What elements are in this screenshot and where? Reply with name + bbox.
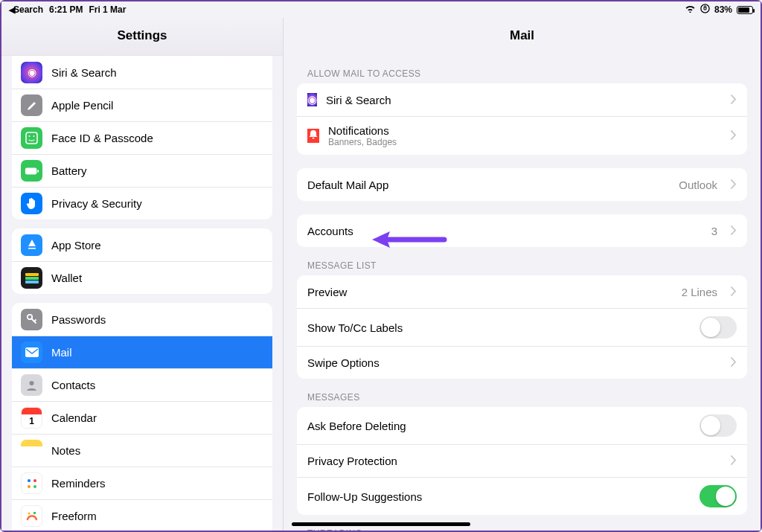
sidebar-item-label: Notes [51, 444, 263, 457]
key-icon [21, 309, 42, 330]
sidebar-item-label: Face ID & Passcode [51, 132, 263, 144]
battery-icon [21, 160, 42, 182]
section-allow-access: Allow Mail to Access [297, 55, 747, 83]
row-siri-search[interactable]: ◉ Siri & Search [297, 83, 747, 116]
row-sublabel: Banners, Badges [328, 137, 397, 147]
svg-point-11 [30, 381, 34, 385]
row-label: Swipe Options [307, 356, 380, 369]
battery-icon [737, 6, 753, 14]
home-indicator[interactable] [292, 522, 470, 526]
sidebar-item-contacts[interactable]: Contacts [12, 368, 272, 401]
row-follow-up[interactable]: Follow-Up Suggestions [297, 477, 747, 515]
row-swipe-options[interactable]: Swipe Options [297, 346, 747, 379]
siri-icon: ◉ [21, 62, 42, 83]
pencil-icon [21, 94, 42, 116]
sidebar-item-label: App Store [51, 239, 263, 251]
sidebar-item-apple-pencil[interactable]: Apple Pencil [12, 89, 272, 121]
sidebar-item-app-store[interactable]: App Store [12, 228, 272, 261]
svg-rect-17 [33, 512, 36, 514]
back-app-label: Search [13, 4, 43, 15]
chevron-right-icon [731, 356, 737, 369]
appstore-icon [21, 234, 42, 256]
svg-point-16 [28, 512, 30, 514]
sidebar-title: Settings [1, 18, 283, 56]
row-ask-before-deleting[interactable]: Ask Before Deleting [297, 407, 747, 444]
bell-icon [307, 129, 319, 143]
sidebar-item-battery[interactable]: Battery [12, 154, 272, 187]
sidebar-item-label: Privacy & Security [51, 197, 263, 210]
battery-percent: 83% [714, 4, 732, 15]
svg-point-12 [28, 479, 31, 482]
row-show-tocc[interactable]: Show To/Cc Labels [297, 308, 747, 346]
detail-title: Mail [284, 18, 761, 55]
hand-icon [21, 193, 42, 214]
calendar-icon: 1 [21, 407, 42, 429]
sidebar-item-label: Passwords [51, 313, 263, 326]
chevron-right-icon [731, 94, 737, 106]
svg-point-13 [33, 479, 36, 482]
sidebar-item-privacy-security[interactable]: Privacy & Security [12, 187, 272, 219]
sidebar-item-notes[interactable]: Notes [12, 434, 272, 467]
row-preview[interactable]: Preview 2 Lines [297, 275, 747, 308]
back-to-app[interactable]: ◀ Search [9, 4, 43, 15]
row-label: Preview [307, 286, 347, 298]
row-privacy-protection[interactable]: Privacy Protection [297, 444, 747, 477]
sidebar-item-wallet[interactable]: Wallet [12, 261, 272, 294]
row-default-mail-app[interactable]: Default Mail App Outlook [297, 168, 747, 201]
svg-point-15 [33, 485, 36, 488]
row-value: 3 [711, 225, 717, 237]
chevron-right-icon [731, 179, 737, 191]
row-accounts[interactable]: Accounts 3 [297, 214, 747, 247]
sidebar-item-calendar[interactable]: 1Calendar [12, 401, 272, 434]
sidebar-item-freeform[interactable]: Freeform [12, 499, 272, 531]
row-label: Ask Before Deleting [307, 420, 406, 432]
row-label: Default Mail App [307, 179, 388, 191]
mail-detail-pane: Mail Allow Mail to Access ◉ Siri & Searc… [284, 18, 761, 531]
row-value: 2 Lines [682, 286, 717, 298]
section-messages: Messages [297, 379, 747, 407]
sidebar-item-siri-search[interactable]: ◉Siri & Search [12, 56, 272, 89]
svg-rect-1 [26, 132, 37, 144]
status-time: 6:21 PM [49, 4, 83, 15]
freeform-icon [21, 505, 42, 527]
row-label: Follow-Up Suggestions [307, 490, 422, 503]
svg-rect-5 [37, 170, 39, 173]
svg-point-2 [29, 135, 31, 137]
siri-icon: ◉ [307, 93, 317, 106]
sidebar-item-label: Calendar [51, 411, 263, 424]
wallet-icon [21, 267, 42, 289]
sidebar-item-label: Siri & Search [51, 66, 263, 79]
status-date: Fri 1 Mar [89, 4, 126, 15]
sidebar-item-passwords[interactable]: Passwords [12, 303, 272, 336]
svg-point-3 [33, 135, 35, 137]
row-label: Notifications [328, 124, 397, 137]
toggle-show-tocc[interactable] [699, 316, 737, 339]
sidebar-item-label: Mail [51, 346, 263, 359]
sidebar-item-reminders[interactable]: Reminders [12, 467, 272, 499]
sidebar-scroll[interactable]: ◉Siri & SearchApple PencilFace ID & Pass… [1, 56, 283, 531]
svg-rect-8 [25, 281, 39, 283]
row-value: Outlook [679, 179, 717, 191]
svg-rect-6 [25, 273, 39, 276]
detail-scroll[interactable]: Allow Mail to Access ◉ Siri & Search Not [284, 55, 761, 531]
sidebar-item-label: Wallet [51, 272, 263, 284]
toggle-follow-up[interactable] [699, 485, 737, 507]
sidebar-item-face-id-passcode[interactable]: Face ID & Passcode [12, 121, 272, 154]
row-label: Privacy Protection [307, 455, 397, 467]
wifi-icon [685, 4, 696, 15]
sidebar-item-label: Battery [51, 164, 263, 177]
chevron-right-icon [731, 286, 737, 298]
svg-point-14 [28, 485, 31, 488]
chevron-right-icon [731, 129, 737, 142]
row-label: Siri & Search [326, 94, 519, 106]
sidebar-item-label: Freeform [51, 510, 263, 522]
svg-rect-10 [25, 347, 39, 357]
sidebar-item-label: Contacts [51, 379, 263, 391]
toggle-ask-before-deleting[interactable] [699, 414, 737, 437]
row-label: Show To/Cc Labels [307, 321, 403, 334]
row-label: Accounts [307, 225, 353, 237]
mail-icon [21, 342, 42, 363]
sidebar-item-mail[interactable]: Mail [12, 336, 272, 368]
reminders-icon [21, 472, 42, 494]
row-notifications[interactable]: Notifications Banners, Badges [297, 116, 747, 155]
